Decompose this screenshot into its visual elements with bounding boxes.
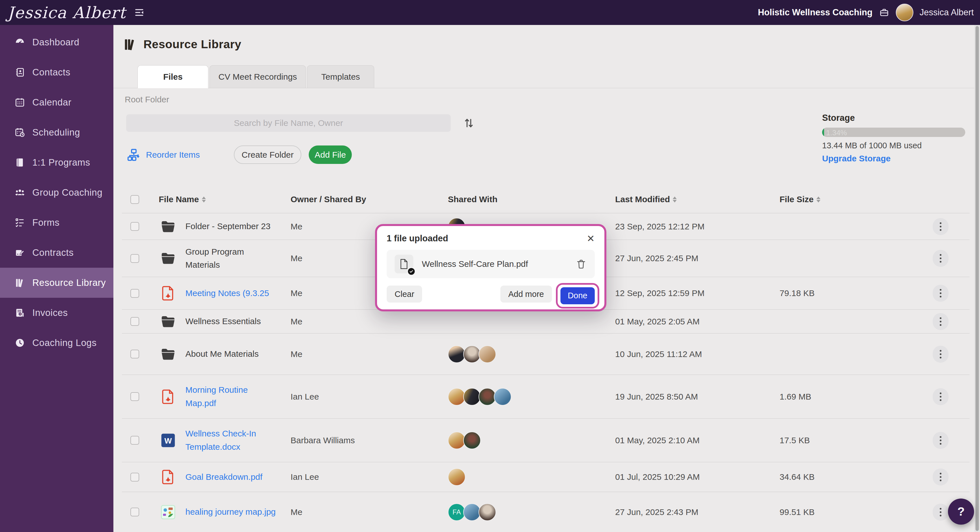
- file-size-cell: 99.51 KB: [780, 507, 933, 517]
- file-name[interactable]: Morning Routine Map.pdf: [185, 384, 279, 410]
- shared-with-cell: [448, 432, 615, 449]
- sort-arrows-icon[interactable]: [673, 196, 677, 202]
- file-name[interactable]: Group Program Materials: [185, 245, 279, 272]
- row-checkbox[interactable]: [130, 350, 139, 358]
- actions-row: Reorder Items Create Folder Add File: [126, 145, 352, 164]
- row-menu-kebab-icon[interactable]: [933, 346, 948, 363]
- row-checkbox[interactable]: [130, 254, 139, 263]
- sidebar-item-coaching-logs[interactable]: Coaching Logs: [0, 328, 113, 358]
- last-modified-cell: 23 Sep, 2025 12:12 PM: [615, 222, 780, 231]
- svg-text:$: $: [19, 312, 21, 315]
- storage-percent: 1.34%: [826, 129, 847, 137]
- search-input[interactable]: [126, 114, 451, 132]
- row-checkbox[interactable]: [130, 508, 139, 516]
- sidebar-item-forms[interactable]: Forms: [0, 207, 113, 237]
- last-modified-cell: 01 May, 2025 2:10 AM: [615, 436, 780, 445]
- create-folder-button[interactable]: Create Folder: [234, 145, 301, 164]
- tab-templates[interactable]: Templates: [307, 65, 374, 88]
- clear-button[interactable]: Clear: [387, 285, 422, 303]
- scrollbar-thumb[interactable]: [975, 26, 979, 531]
- row-checkbox[interactable]: [130, 317, 139, 326]
- sort-arrows-icon[interactable]: [202, 196, 206, 202]
- sidebar-item-dashboard[interactable]: Dashboard: [0, 27, 113, 57]
- shared-avatar: [448, 346, 466, 363]
- delete-file-icon[interactable]: [576, 258, 587, 270]
- file-name[interactable]: healing journey map.jpg: [185, 505, 276, 519]
- file-name[interactable]: Goal Breakdown.pdf: [185, 470, 262, 484]
- column-header-file-size[interactable]: File Size: [780, 194, 933, 204]
- upload-modal-title: 1 file uploaded: [387, 233, 448, 244]
- sidebar-item-label: Contacts: [32, 67, 70, 78]
- done-button[interactable]: Done: [560, 287, 595, 304]
- table-row: Goal Breakdown.pdfIan Lee01 Jul, 2025 10…: [122, 462, 969, 492]
- row-menu-kebab-icon[interactable]: [933, 250, 948, 267]
- row-menu-kebab-icon[interactable]: [933, 285, 948, 302]
- last-modified-cell: 10 Jun, 2025 11:12 AM: [615, 349, 780, 359]
- file-name[interactable]: About Me Materials: [185, 347, 259, 361]
- row-checkbox[interactable]: [130, 222, 139, 231]
- docx-icon: W: [159, 431, 177, 450]
- file-name[interactable]: Meeting Notes (9.3.25: [185, 287, 269, 300]
- close-icon[interactable]: ✕: [587, 234, 595, 243]
- add-file-button[interactable]: Add File: [309, 145, 352, 164]
- contacts-icon: [14, 67, 25, 78]
- file-size-cell: 79.18 KB: [780, 288, 933, 298]
- sidebar-item-1-1-programs[interactable]: 1:1 Programs: [0, 148, 113, 177]
- sidebar-item-label: Forms: [32, 217, 59, 228]
- table-row: Morning Routine Map.pdfIan Lee19 Jun, 20…: [122, 375, 969, 419]
- coaching-logs-icon: [14, 337, 25, 349]
- reorder-items-button[interactable]: Reorder Items: [126, 147, 200, 162]
- owner-cell: Me: [291, 317, 448, 327]
- row-menu-kebab-icon[interactable]: [933, 468, 948, 486]
- row-checkbox[interactable]: [130, 473, 139, 481]
- svg-text:W: W: [164, 436, 172, 445]
- select-all-checkbox[interactable]: [130, 195, 139, 204]
- sidebar-item-contracts[interactable]: Contracts: [0, 237, 113, 268]
- sidebar: DashboardContactsCalendarScheduling1:1 P…: [0, 25, 113, 532]
- row-checkbox[interactable]: [130, 392, 139, 401]
- shared-avatar: [463, 432, 481, 449]
- storage-title: Storage: [822, 113, 965, 123]
- row-checkbox[interactable]: [130, 436, 139, 444]
- sidebar-collapse-icon[interactable]: [134, 7, 145, 18]
- row-menu-kebab-icon[interactable]: [933, 218, 948, 235]
- user-avatar[interactable]: [896, 4, 913, 21]
- briefcase-icon[interactable]: [879, 7, 889, 18]
- column-header-last-modified[interactable]: Last Modified: [615, 194, 780, 204]
- row-checkbox[interactable]: [130, 289, 139, 298]
- sidebar-item-scheduling[interactable]: Scheduling: [0, 118, 113, 148]
- file-name[interactable]: Wellness Essentials: [185, 315, 261, 328]
- last-modified-cell: 01 May, 2025 2:05 AM: [615, 317, 780, 327]
- sidebar-item-label: Scheduling: [32, 127, 80, 138]
- org-name: Holistic Wellness Coaching: [758, 7, 872, 18]
- tab-cv-meet-recordings[interactable]: CV Meet Recordings: [210, 65, 306, 88]
- upload-modal-header: 1 file uploaded ✕: [387, 233, 595, 244]
- row-menu-kebab-icon[interactable]: [933, 388, 948, 405]
- owner-cell: Ian Lee: [291, 392, 448, 401]
- sidebar-item-resource-library[interactable]: Resource Library: [0, 268, 113, 298]
- add-more-button[interactable]: Add more: [500, 285, 552, 303]
- column-header-label: File Name: [159, 194, 199, 204]
- file-name[interactable]: Wellness Check-In Template.docx: [185, 427, 279, 454]
- sort-updown-icon[interactable]: [461, 116, 476, 131]
- page-title: Resource Library: [143, 38, 241, 51]
- column-header-file-name[interactable]: File Name: [159, 194, 291, 204]
- row-menu-kebab-icon[interactable]: [933, 313, 948, 330]
- owner-cell: Barbara Williams: [291, 436, 448, 445]
- sidebar-item-label: Resource Library: [32, 277, 106, 288]
- row-menu-kebab-icon[interactable]: [933, 503, 948, 521]
- tab-files[interactable]: Files: [137, 65, 208, 88]
- file-name[interactable]: Folder - September 23: [185, 220, 270, 233]
- uploaded-file-name: Wellness Self-Care Plan.pdf: [422, 259, 528, 269]
- upgrade-storage-link[interactable]: Upgrade Storage: [822, 154, 965, 163]
- help-button[interactable]: ?: [948, 499, 974, 525]
- sidebar-item-group-coaching[interactable]: Group Coaching: [0, 177, 113, 207]
- sidebar-item-invoices[interactable]: $Invoices: [0, 298, 113, 328]
- sidebar-item-contacts[interactable]: Contacts: [0, 57, 113, 88]
- forms-icon: [14, 217, 25, 228]
- vertical-scrollbar[interactable]: [974, 25, 980, 532]
- row-menu-kebab-icon[interactable]: [933, 432, 948, 449]
- app-root: Jessica Albert Holistic Wellness Coachin…: [0, 0, 980, 532]
- sidebar-item-calendar[interactable]: Calendar: [0, 88, 113, 118]
- sort-arrows-icon[interactable]: [816, 196, 820, 202]
